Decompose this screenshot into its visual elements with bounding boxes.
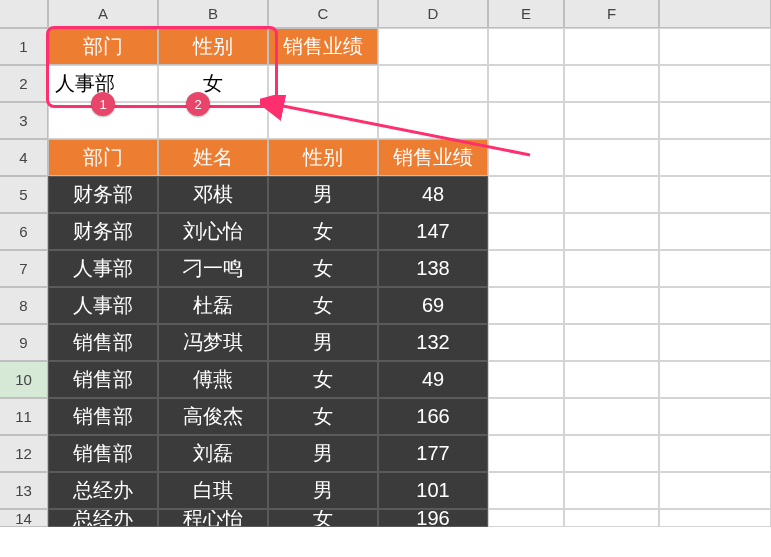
row-header-12[interactable]: 12 [0,435,48,472]
table-cell[interactable]: 女 [268,398,378,435]
cell-F3[interactable] [564,102,659,139]
row-header-5[interactable]: 5 [0,176,48,213]
table-cell[interactable]: 杜磊 [158,287,268,324]
table-cell[interactable]: 总经办 [48,509,158,527]
cell-F1[interactable] [564,28,659,65]
column-header-A[interactable]: A [48,0,158,28]
table-cell[interactable]: 刘心怡 [158,213,268,250]
cell-4[interactable] [659,139,771,176]
row-header-14[interactable]: 14 [0,509,48,527]
table-cell[interactable]: 财务部 [48,176,158,213]
column-header-C[interactable]: C [268,0,378,28]
table-cell[interactable]: 程心怡 [158,509,268,527]
table-cell[interactable]: 女 [268,250,378,287]
cell-2[interactable] [659,65,771,102]
table-cell[interactable]: 销售部 [48,361,158,398]
cell-F10[interactable] [564,361,659,398]
table-cell[interactable]: 傅燕 [158,361,268,398]
cell-E13[interactable] [488,472,564,509]
column-header-F[interactable]: F [564,0,659,28]
table-cell[interactable]: 男 [268,176,378,213]
criteria-header-0[interactable]: 部门 [48,28,158,65]
criteria-cell-1[interactable]: 女 [158,65,268,102]
table-cell[interactable]: 男 [268,435,378,472]
table-header-1[interactable]: 姓名 [158,139,268,176]
table-cell[interactable]: 男 [268,324,378,361]
table-cell[interactable]: 人事部 [48,250,158,287]
table-cell[interactable]: 177 [378,435,488,472]
table-cell[interactable]: 女 [268,213,378,250]
table-cell[interactable]: 女 [268,361,378,398]
cell-E6[interactable] [488,213,564,250]
row-header-11[interactable]: 11 [0,398,48,435]
table-cell[interactable]: 高俊杰 [158,398,268,435]
table-cell[interactable]: 刁一鸣 [158,250,268,287]
table-header-0[interactable]: 部门 [48,139,158,176]
cell-7[interactable] [659,250,771,287]
row-header-2[interactable]: 2 [0,65,48,102]
table-header-2[interactable]: 性别 [268,139,378,176]
cell-F2[interactable] [564,65,659,102]
cell-F14[interactable] [564,509,659,527]
table-cell[interactable]: 132 [378,324,488,361]
column-header-blank[interactable] [659,0,771,28]
cell-9[interactable] [659,324,771,361]
table-cell[interactable]: 48 [378,176,488,213]
table-cell[interactable]: 101 [378,472,488,509]
column-header-B[interactable]: B [158,0,268,28]
row-header-10[interactable]: 10 [0,361,48,398]
column-header-D[interactable]: D [378,0,488,28]
table-cell[interactable]: 138 [378,250,488,287]
cell-14[interactable] [659,509,771,527]
cell-F11[interactable] [564,398,659,435]
cell-F7[interactable] [564,250,659,287]
table-cell[interactable]: 销售部 [48,324,158,361]
row-header-1[interactable]: 1 [0,28,48,65]
table-cell[interactable]: 女 [268,509,378,527]
cell-1[interactable] [659,28,771,65]
cell-F5[interactable] [564,176,659,213]
table-cell[interactable]: 196 [378,509,488,527]
cell-8[interactable] [659,287,771,324]
cell-E10[interactable] [488,361,564,398]
cell-E14[interactable] [488,509,564,527]
table-cell[interactable]: 147 [378,213,488,250]
cell-E4[interactable] [488,139,564,176]
select-all-corner[interactable] [0,0,48,28]
table-cell[interactable]: 销售部 [48,398,158,435]
table-cell[interactable]: 男 [268,472,378,509]
table-cell[interactable]: 49 [378,361,488,398]
cell-E12[interactable] [488,435,564,472]
table-cell[interactable]: 166 [378,398,488,435]
table-cell[interactable]: 销售部 [48,435,158,472]
table-cell[interactable]: 人事部 [48,287,158,324]
cell-E1[interactable] [488,28,564,65]
cell-E8[interactable] [488,287,564,324]
cell-3[interactable] [659,102,771,139]
row-header-3[interactable]: 3 [0,102,48,139]
table-cell[interactable]: 白琪 [158,472,268,509]
cell-D3[interactable] [378,102,488,139]
cell-12[interactable] [659,435,771,472]
cell-6[interactable] [659,213,771,250]
cell-E2[interactable] [488,65,564,102]
cell-E7[interactable] [488,250,564,287]
cell-F9[interactable] [564,324,659,361]
row-header-6[interactable]: 6 [0,213,48,250]
criteria-header-1[interactable]: 性别 [158,28,268,65]
cell-F13[interactable] [564,472,659,509]
table-cell[interactable]: 邓棋 [158,176,268,213]
table-cell[interactable]: 69 [378,287,488,324]
cell-E3[interactable] [488,102,564,139]
table-cell[interactable]: 总经办 [48,472,158,509]
table-cell[interactable]: 冯梦琪 [158,324,268,361]
table-cell[interactable]: 女 [268,287,378,324]
row-header-8[interactable]: 8 [0,287,48,324]
cell-B3[interactable] [158,102,268,139]
table-cell[interactable]: 财务部 [48,213,158,250]
cell-F6[interactable] [564,213,659,250]
row-header-7[interactable]: 7 [0,250,48,287]
cell-11[interactable] [659,398,771,435]
criteria-header-2[interactable]: 销售业绩 [268,28,378,65]
row-header-9[interactable]: 9 [0,324,48,361]
